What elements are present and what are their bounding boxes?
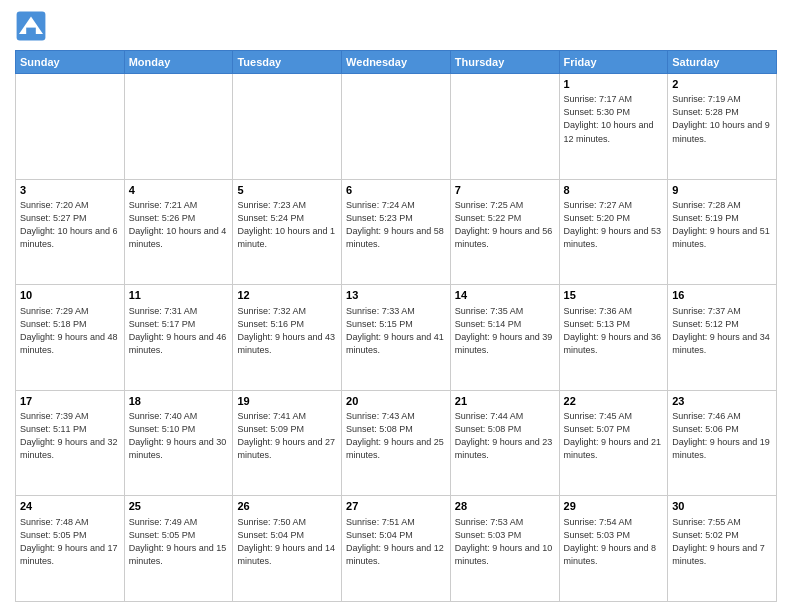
day-info: Sunrise: 7:37 AM Sunset: 5:12 PM Dayligh…	[672, 305, 772, 357]
calendar-cell: 20Sunrise: 7:43 AM Sunset: 5:08 PM Dayli…	[342, 390, 451, 496]
day-info: Sunrise: 7:40 AM Sunset: 5:10 PM Dayligh…	[129, 410, 229, 462]
calendar-cell: 1Sunrise: 7:17 AM Sunset: 5:30 PM Daylig…	[559, 74, 668, 180]
page-container: SundayMondayTuesdayWednesdayThursdayFrid…	[0, 0, 792, 612]
day-info: Sunrise: 7:41 AM Sunset: 5:09 PM Dayligh…	[237, 410, 337, 462]
calendar-cell: 15Sunrise: 7:36 AM Sunset: 5:13 PM Dayli…	[559, 285, 668, 391]
calendar-cell: 10Sunrise: 7:29 AM Sunset: 5:18 PM Dayli…	[16, 285, 125, 391]
day-info: Sunrise: 7:45 AM Sunset: 5:07 PM Dayligh…	[564, 410, 664, 462]
weekday-header-thursday: Thursday	[450, 51, 559, 74]
day-info: Sunrise: 7:53 AM Sunset: 5:03 PM Dayligh…	[455, 516, 555, 568]
day-info: Sunrise: 7:36 AM Sunset: 5:13 PM Dayligh…	[564, 305, 664, 357]
calendar-cell: 28Sunrise: 7:53 AM Sunset: 5:03 PM Dayli…	[450, 496, 559, 602]
day-number: 14	[455, 288, 555, 303]
calendar-cell: 4Sunrise: 7:21 AM Sunset: 5:26 PM Daylig…	[124, 179, 233, 285]
calendar-cell: 19Sunrise: 7:41 AM Sunset: 5:09 PM Dayli…	[233, 390, 342, 496]
calendar-cell	[233, 74, 342, 180]
day-info: Sunrise: 7:50 AM Sunset: 5:04 PM Dayligh…	[237, 516, 337, 568]
day-number: 30	[672, 499, 772, 514]
calendar-cell	[450, 74, 559, 180]
week-row-1: 1Sunrise: 7:17 AM Sunset: 5:30 PM Daylig…	[16, 74, 777, 180]
day-number: 19	[237, 394, 337, 409]
day-number: 17	[20, 394, 120, 409]
calendar-cell	[342, 74, 451, 180]
day-number: 28	[455, 499, 555, 514]
day-info: Sunrise: 7:27 AM Sunset: 5:20 PM Dayligh…	[564, 199, 664, 251]
day-info: Sunrise: 7:54 AM Sunset: 5:03 PM Dayligh…	[564, 516, 664, 568]
day-number: 18	[129, 394, 229, 409]
day-number: 25	[129, 499, 229, 514]
day-number: 22	[564, 394, 664, 409]
day-info: Sunrise: 7:33 AM Sunset: 5:15 PM Dayligh…	[346, 305, 446, 357]
day-number: 12	[237, 288, 337, 303]
calendar-cell: 14Sunrise: 7:35 AM Sunset: 5:14 PM Dayli…	[450, 285, 559, 391]
day-number: 7	[455, 183, 555, 198]
day-info: Sunrise: 7:29 AM Sunset: 5:18 PM Dayligh…	[20, 305, 120, 357]
day-number: 8	[564, 183, 664, 198]
calendar-cell: 17Sunrise: 7:39 AM Sunset: 5:11 PM Dayli…	[16, 390, 125, 496]
calendar: SundayMondayTuesdayWednesdayThursdayFrid…	[15, 50, 777, 602]
day-number: 27	[346, 499, 446, 514]
calendar-body: 1Sunrise: 7:17 AM Sunset: 5:30 PM Daylig…	[16, 74, 777, 602]
calendar-cell: 8Sunrise: 7:27 AM Sunset: 5:20 PM Daylig…	[559, 179, 668, 285]
day-number: 20	[346, 394, 446, 409]
day-number: 15	[564, 288, 664, 303]
day-number: 10	[20, 288, 120, 303]
day-info: Sunrise: 7:28 AM Sunset: 5:19 PM Dayligh…	[672, 199, 772, 251]
day-number: 6	[346, 183, 446, 198]
day-info: Sunrise: 7:32 AM Sunset: 5:16 PM Dayligh…	[237, 305, 337, 357]
calendar-cell: 21Sunrise: 7:44 AM Sunset: 5:08 PM Dayli…	[450, 390, 559, 496]
calendar-cell: 12Sunrise: 7:32 AM Sunset: 5:16 PM Dayli…	[233, 285, 342, 391]
calendar-cell: 24Sunrise: 7:48 AM Sunset: 5:05 PM Dayli…	[16, 496, 125, 602]
calendar-cell: 23Sunrise: 7:46 AM Sunset: 5:06 PM Dayli…	[668, 390, 777, 496]
day-info: Sunrise: 7:20 AM Sunset: 5:27 PM Dayligh…	[20, 199, 120, 251]
calendar-cell: 18Sunrise: 7:40 AM Sunset: 5:10 PM Dayli…	[124, 390, 233, 496]
day-number: 23	[672, 394, 772, 409]
calendar-cell	[16, 74, 125, 180]
day-info: Sunrise: 7:43 AM Sunset: 5:08 PM Dayligh…	[346, 410, 446, 462]
calendar-cell: 29Sunrise: 7:54 AM Sunset: 5:03 PM Dayli…	[559, 496, 668, 602]
day-info: Sunrise: 7:21 AM Sunset: 5:26 PM Dayligh…	[129, 199, 229, 251]
day-number: 21	[455, 394, 555, 409]
day-number: 5	[237, 183, 337, 198]
day-info: Sunrise: 7:55 AM Sunset: 5:02 PM Dayligh…	[672, 516, 772, 568]
day-info: Sunrise: 7:46 AM Sunset: 5:06 PM Dayligh…	[672, 410, 772, 462]
calendar-cell: 2Sunrise: 7:19 AM Sunset: 5:28 PM Daylig…	[668, 74, 777, 180]
day-number: 4	[129, 183, 229, 198]
weekday-header-saturday: Saturday	[668, 51, 777, 74]
svg-rect-2	[26, 28, 36, 34]
day-info: Sunrise: 7:51 AM Sunset: 5:04 PM Dayligh…	[346, 516, 446, 568]
day-info: Sunrise: 7:19 AM Sunset: 5:28 PM Dayligh…	[672, 93, 772, 145]
day-number: 2	[672, 77, 772, 92]
week-row-3: 10Sunrise: 7:29 AM Sunset: 5:18 PM Dayli…	[16, 285, 777, 391]
day-info: Sunrise: 7:24 AM Sunset: 5:23 PM Dayligh…	[346, 199, 446, 251]
day-number: 16	[672, 288, 772, 303]
day-info: Sunrise: 7:25 AM Sunset: 5:22 PM Dayligh…	[455, 199, 555, 251]
calendar-cell: 25Sunrise: 7:49 AM Sunset: 5:05 PM Dayli…	[124, 496, 233, 602]
day-number: 11	[129, 288, 229, 303]
weekday-header-wednesday: Wednesday	[342, 51, 451, 74]
calendar-cell	[124, 74, 233, 180]
header	[15, 10, 777, 42]
day-number: 26	[237, 499, 337, 514]
calendar-cell: 22Sunrise: 7:45 AM Sunset: 5:07 PM Dayli…	[559, 390, 668, 496]
weekday-header-friday: Friday	[559, 51, 668, 74]
day-number: 9	[672, 183, 772, 198]
day-info: Sunrise: 7:35 AM Sunset: 5:14 PM Dayligh…	[455, 305, 555, 357]
calendar-cell: 30Sunrise: 7:55 AM Sunset: 5:02 PM Dayli…	[668, 496, 777, 602]
day-number: 13	[346, 288, 446, 303]
calendar-table: SundayMondayTuesdayWednesdayThursdayFrid…	[15, 50, 777, 602]
day-info: Sunrise: 7:48 AM Sunset: 5:05 PM Dayligh…	[20, 516, 120, 568]
day-info: Sunrise: 7:39 AM Sunset: 5:11 PM Dayligh…	[20, 410, 120, 462]
calendar-cell: 7Sunrise: 7:25 AM Sunset: 5:22 PM Daylig…	[450, 179, 559, 285]
day-number: 3	[20, 183, 120, 198]
weekday-row: SundayMondayTuesdayWednesdayThursdayFrid…	[16, 51, 777, 74]
calendar-cell: 5Sunrise: 7:23 AM Sunset: 5:24 PM Daylig…	[233, 179, 342, 285]
calendar-cell: 16Sunrise: 7:37 AM Sunset: 5:12 PM Dayli…	[668, 285, 777, 391]
week-row-5: 24Sunrise: 7:48 AM Sunset: 5:05 PM Dayli…	[16, 496, 777, 602]
weekday-header-tuesday: Tuesday	[233, 51, 342, 74]
calendar-cell: 26Sunrise: 7:50 AM Sunset: 5:04 PM Dayli…	[233, 496, 342, 602]
day-info: Sunrise: 7:49 AM Sunset: 5:05 PM Dayligh…	[129, 516, 229, 568]
weekday-header-sunday: Sunday	[16, 51, 125, 74]
day-info: Sunrise: 7:23 AM Sunset: 5:24 PM Dayligh…	[237, 199, 337, 251]
calendar-cell: 3Sunrise: 7:20 AM Sunset: 5:27 PM Daylig…	[16, 179, 125, 285]
